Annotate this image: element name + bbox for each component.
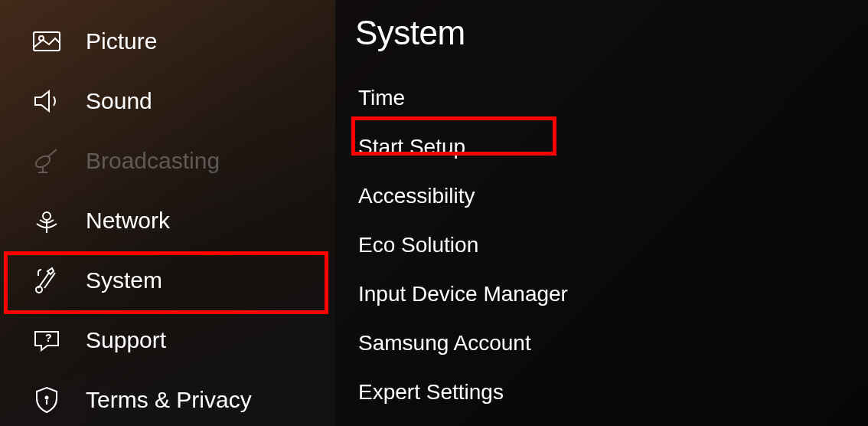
svg-point-10: [45, 396, 49, 400]
sidebar-item-sound[interactable]: Sound: [0, 71, 335, 131]
sidebar-item-label: Sound: [86, 88, 152, 114]
sidebar-item-terms-privacy[interactable]: Terms & Privacy: [0, 370, 335, 426]
content-item-start-setup[interactable]: Start Setup: [355, 123, 868, 172]
svg-rect-0: [34, 32, 60, 51]
sidebar-item-system[interactable]: System: [0, 251, 335, 310]
content-panel: System Time Start Setup Accessibility Ec…: [335, 0, 868, 426]
network-icon: [31, 208, 63, 233]
privacy-icon: [31, 388, 63, 412]
support-icon: ?: [31, 328, 63, 352]
sidebar-item-picture[interactable]: Picture: [0, 11, 335, 71]
sidebar-item-broadcasting: Broadcasting: [0, 131, 335, 191]
picture-icon: [31, 29, 63, 54]
sidebar-menu: Picture Sound Broadcasting Network Syste: [0, 0, 335, 426]
settings-container: Picture Sound Broadcasting Network Syste: [0, 0, 868, 426]
broadcasting-icon: [31, 149, 63, 173]
svg-point-6: [43, 212, 51, 220]
content-item-accessibility[interactable]: Accessibility: [355, 172, 868, 221]
content-item-samsung-account[interactable]: Samsung Account: [355, 319, 868, 368]
sidebar-item-network[interactable]: Network: [0, 191, 335, 251]
sidebar-item-label: Picture: [86, 28, 157, 54]
content-title: System: [355, 14, 868, 52]
content-item-eco-solution[interactable]: Eco Solution: [355, 221, 868, 270]
sidebar-item-label: Network: [86, 208, 170, 234]
sidebar-item-label: Terms & Privacy: [86, 387, 252, 413]
content-item-input-device-manager[interactable]: Input Device Manager: [355, 270, 868, 319]
sidebar-item-label: Broadcasting: [86, 148, 220, 174]
content-item-time[interactable]: Time: [355, 74, 868, 123]
sidebar-item-label: Support: [86, 327, 166, 353]
sound-icon: [31, 89, 63, 113]
sidebar-item-support[interactable]: ? Support: [0, 310, 335, 370]
sidebar-item-label: System: [86, 267, 162, 293]
svg-text:?: ?: [45, 332, 52, 344]
svg-line-3: [47, 149, 57, 157]
system-icon: [31, 268, 63, 293]
content-item-expert-settings[interactable]: Expert Settings: [355, 368, 868, 417]
